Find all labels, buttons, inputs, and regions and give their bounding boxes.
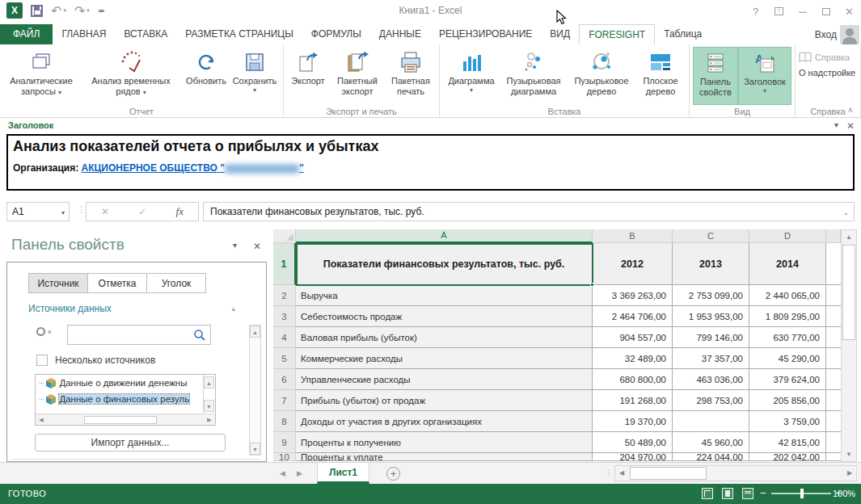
tab-mark[interactable]: Отметка [87,273,147,293]
cell[interactable] [826,243,841,285]
properties-panel-button[interactable]: Панель свойств [693,47,738,105]
bubble-chart-button[interactable]: Пузырьковая диаграмма [500,47,568,105]
save-report-button[interactable]: Сохранить ▾ [230,47,280,105]
ribbon-display-options-button[interactable]: ↑ [767,0,791,23]
cell[interactable]: Прибыль (убыток) от продаж [296,390,593,411]
prev-sheet-icon[interactable]: ◀ [280,469,297,477]
cell[interactable]: 2014 [749,243,826,285]
scroll-right-icon[interactable]: ▶ [204,417,215,423]
row-header[interactable]: 10 [273,453,296,461]
confirm-entry-icon[interactable]: ✓ [138,206,146,217]
vertical-scrollbar[interactable]: ▲ ▼ [841,229,857,462]
panel-dropdown-icon[interactable]: ▾ [233,241,237,250]
cell[interactable]: 1 953 953,00 [673,306,749,327]
time-series-analysis-button[interactable]: Анализ временных рядов ▾ [79,47,183,105]
chart-button[interactable]: Диаграмма ▾ [443,47,500,105]
cell[interactable]: 2012 [593,243,673,285]
cell[interactable]: 45 290,00 [749,348,826,369]
flat-tree-button[interactable]: Плоское дерево [635,47,686,105]
help-button[interactable]: ? [744,0,767,23]
scroll-down-icon[interactable]: ▼ [250,443,260,455]
header-toggle-button[interactable]: A Заголовок ▾ [738,47,791,105]
cell[interactable] [826,285,841,306]
select-all-corner[interactable] [273,229,296,243]
tab-formulas[interactable]: ФОРМУЛЫ [302,24,370,44]
expand-formula-bar-icon[interactable]: ⌄ [842,208,849,216]
normal-view-icon[interactable] [702,488,713,499]
cell[interactable]: 191 268,00 [593,390,673,411]
org-link[interactable]: АКЦИОНЕРНОЕ ОБЩЕСТВО "" [82,162,304,174]
cell[interactable]: 2 440 065,00 [749,285,826,306]
cell[interactable]: Проценты к получению [296,432,593,453]
cell[interactable]: 3 759,00 [749,411,826,432]
name-box[interactable]: A1 ▾ [6,202,70,221]
minimize-button[interactable]: ─ [791,0,814,23]
cell[interactable]: 42 815,00 [749,432,826,453]
cell[interactable] [826,327,841,348]
column-header-d[interactable]: D [749,229,826,243]
user-avatar[interactable] [840,25,859,44]
tab-insert[interactable]: ВСТАВКА [115,24,176,44]
batch-print-button[interactable]: Пакетная печать [386,47,436,105]
zoom-level-label[interactable]: 100% [833,489,855,498]
cell[interactable]: 204 970,00 [593,453,673,461]
scroll-left-icon[interactable]: ◀ [36,417,47,423]
list-horizontal-scrollbar[interactable]: ◀ ▶ [36,414,215,425]
cell[interactable]: 799 146,00 [673,327,749,348]
cell[interactable]: Себестоимость продаж [296,306,593,327]
row-header[interactable]: 9 [273,432,296,453]
panel-dropdown-icon[interactable]: ▾ [834,120,838,129]
panel-scrollbar[interactable]: ▲ ▼ [249,325,261,456]
sources-listbox[interactable]: ─Данные о движении денежны─Данные о фина… [35,374,216,426]
cell[interactable]: Валовая прибыль (убыток) [296,327,593,348]
list-scrollbar[interactable]: ▲ ▼ [203,375,215,414]
insert-function-icon[interactable]: fx [176,205,184,218]
tab-file[interactable]: ФАЙЛ [0,24,53,44]
cell[interactable]: Выручка [296,285,593,306]
sources-section-header[interactable]: Источники данных [28,303,112,314]
cell[interactable]: 630 770,00 [749,327,826,348]
cell[interactable] [673,411,749,432]
batch-export-button[interactable]: Пакетный экспорт [329,47,386,105]
cell[interactable] [826,411,841,432]
row-header[interactable]: 7 [273,390,296,411]
tab-table[interactable]: Таблица [655,24,711,44]
tab-foresight[interactable]: FORESIGHT [579,24,655,44]
cell[interactable]: 19 370,00 [593,411,673,432]
cell[interactable]: 224 044,00 [673,453,749,461]
zoom-slider-thumb[interactable] [800,489,804,498]
row-header[interactable]: 4 [273,327,296,348]
cell[interactable]: Показатели финансовых результатов, тыс. … [296,243,593,285]
row-header[interactable]: 5 [273,348,296,369]
cell[interactable]: 3 369 263,00 [593,285,673,306]
tab-data[interactable]: ДАННЫЕ [370,24,430,44]
tab-source[interactable]: Источник [28,273,88,293]
sign-in-link[interactable]: Вход [815,29,837,40]
tab-page-layout[interactable]: РАЗМЕТКА СТРАНИЦЫ [176,24,302,44]
collapse-section-icon[interactable]: ▴ [231,304,235,313]
cell[interactable]: 50 489,00 [593,432,673,453]
zoom-slider[interactable] [771,493,831,494]
tab-splitter-handle[interactable]: ⋮ [605,468,613,477]
panel-close-icon[interactable]: ✕ [253,241,261,252]
scrollbar-thumb[interactable] [842,245,855,340]
cell[interactable] [826,390,841,411]
column-header-a[interactable]: A [296,229,593,243]
multiple-sources-checkbox[interactable]: Несколько источников [36,355,155,366]
import-data-button[interactable]: Импорт данных... [35,434,226,452]
cell[interactable]: 2 753 099,00 [673,285,749,306]
cell[interactable]: 45 960,00 [673,432,749,453]
about-addin-button[interactable]: О надстройке [799,68,855,78]
cell[interactable]: 32 489,00 [593,348,673,369]
sheet-tab-list1[interactable]: Лист1 [317,463,369,484]
cell[interactable]: 1 809 295,00 [749,306,826,327]
collapse-ribbon-icon[interactable]: ∧ [847,106,853,114]
cell[interactable] [826,432,841,453]
cell[interactable] [826,306,841,327]
cell[interactable]: 205 856,00 [749,390,826,411]
cell[interactable] [826,453,841,461]
export-button[interactable]: Экспорт [287,47,329,105]
scroll-up-icon[interactable]: ▲ [204,376,214,388]
tab-view[interactable]: ВИД [541,24,579,44]
row-header[interactable]: 8 [273,411,296,432]
